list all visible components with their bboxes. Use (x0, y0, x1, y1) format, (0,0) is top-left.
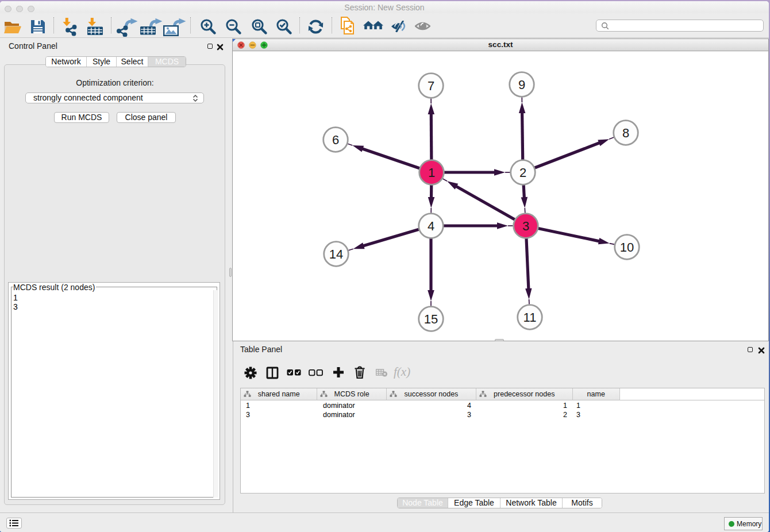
svg-text:14: 14 (329, 247, 343, 261)
svg-text:10: 10 (620, 240, 634, 255)
svg-text:2: 2 (519, 165, 526, 180)
svg-text:6: 6 (332, 133, 339, 147)
svg-text:3: 3 (522, 219, 529, 233)
svg-text:4: 4 (428, 219, 434, 233)
svg-text:9: 9 (518, 78, 525, 92)
svg-text:11: 11 (523, 310, 537, 325)
svg-text:15: 15 (424, 312, 438, 326)
svg-text:7: 7 (428, 79, 434, 93)
svg-text:8: 8 (622, 126, 629, 140)
svg-text:1: 1 (428, 165, 435, 180)
